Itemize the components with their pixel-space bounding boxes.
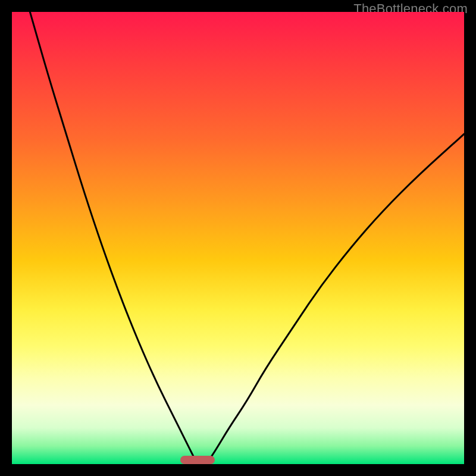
plot-area — [12, 12, 464, 464]
curve-left-branch — [30, 12, 197, 464]
curve-right-branch — [206, 134, 464, 464]
optimal-marker — [180, 456, 215, 464]
bottleneck-curve — [12, 12, 464, 464]
chart-frame: TheBottleneck.com — [0, 0, 476, 476]
